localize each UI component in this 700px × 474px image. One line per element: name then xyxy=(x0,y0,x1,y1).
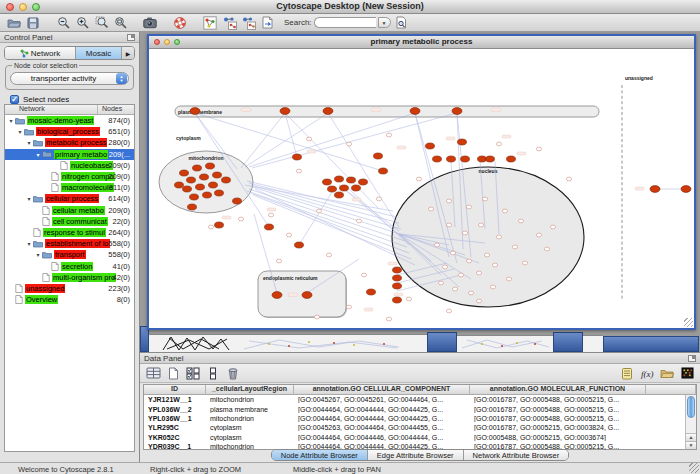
zoom-in-icon[interactable] xyxy=(74,15,90,30)
tree-row[interactable]: macromolecule311(0) xyxy=(5,182,134,193)
expand-triangle-icon[interactable]: ▾ xyxy=(25,240,33,247)
column-header-molecular-function[interactable]: annotation.GO MOLECULAR_FUNCTION xyxy=(470,385,646,394)
delete-attribute-icon[interactable] xyxy=(225,366,241,381)
folder-icon xyxy=(33,240,43,248)
tree-row[interactable]: unassigned223(0) xyxy=(5,283,134,294)
new-attribute-icon[interactable] xyxy=(165,366,181,381)
tab-network[interactable]: Network xyxy=(5,47,76,59)
control-panel-title: Control Panel xyxy=(4,33,52,42)
table-row[interactable]: YPL036W__1mitochondrion[GO:0044464, GO:0… xyxy=(144,414,696,423)
background-window-fragment[interactable] xyxy=(603,336,699,352)
app-resize-grip[interactable] xyxy=(689,463,699,473)
zoom-fit-icon[interactable] xyxy=(112,15,128,30)
tree-row[interactable]: nucleobase-209(0) xyxy=(5,160,134,171)
node-color-dropdown[interactable]: transporter activity ▲▼ xyxy=(10,72,129,85)
vizmap-red-nodes-icon[interactable] xyxy=(240,15,256,30)
search-dropdown-button[interactable]: ▼ xyxy=(378,17,391,28)
vizmap-blue-nodes-icon[interactable] xyxy=(221,15,237,30)
tree-column-nodes[interactable]: Nodes xyxy=(98,105,134,114)
export-document-icon[interactable] xyxy=(259,15,275,30)
scroll-up-button[interactable]: ▲ xyxy=(686,433,696,441)
import-folder-icon[interactable] xyxy=(659,366,675,381)
expand-triangle-icon[interactable]: ▾ xyxy=(25,139,33,146)
tab-mosaic[interactable]: Mosaic xyxy=(76,47,122,59)
network-canvas[interactable]: plasma membrane cytoplasm mitochondrion … xyxy=(149,49,694,328)
tree-row-label: macromolecule xyxy=(61,183,114,192)
expand-triangle-icon[interactable]: ▾ xyxy=(34,251,42,258)
matrix-view-icon[interactable] xyxy=(679,366,695,381)
network-window-titlebar[interactable]: primary metabolic process xyxy=(149,36,694,49)
tab-edge-attribute-browser[interactable]: Edge Attribute Browser xyxy=(368,450,464,460)
table-cell: [GO:0016787, GO:0005488, GO:0005215, G..… xyxy=(470,406,646,413)
table-row[interactable]: YKR052Ccytoplasm[GO:0044464, GO:0044446,… xyxy=(144,433,696,442)
background-window-fragment[interactable] xyxy=(583,335,603,352)
tree-row[interactable]: ▾establishment of lo558(0) xyxy=(5,238,134,249)
search-input[interactable] xyxy=(314,17,376,28)
select-attributes-icon[interactable] xyxy=(185,366,201,381)
tab-network-attribute-browser[interactable]: Network Attribute Browser xyxy=(464,450,569,460)
table-row[interactable]: YLR295Ccytoplasm[GO:0045263, GO:0044464,… xyxy=(144,423,696,432)
float-panel-icon[interactable] xyxy=(127,34,135,41)
tree-row[interactable]: ▾metabolic process280(0) xyxy=(5,137,134,148)
tree-row[interactable]: secretion41(0) xyxy=(5,260,134,271)
tab-node-attribute-browser[interactable]: Node Attribute Browser xyxy=(272,450,368,460)
column-header-region[interactable]: _cellularLayoutRegion xyxy=(206,385,294,394)
table-cell: plasma membrane xyxy=(206,406,294,413)
expand-triangle-icon[interactable]: ▾ xyxy=(34,151,42,158)
tree-row[interactable]: ▾transport558(0) xyxy=(5,249,134,260)
tree-row[interactable]: cellular metabo209(0) xyxy=(5,205,134,216)
file-icon xyxy=(51,183,59,192)
tree-row[interactable]: multi-organism pro42(0) xyxy=(5,272,134,283)
tree-row[interactable]: ▾primary metabo209(... xyxy=(5,149,134,160)
status-bar: Welcome to Cytoscape 2.8.1 Right-click +… xyxy=(0,462,700,474)
node-color-selection-group: Node color selection transporter activit… xyxy=(5,62,134,90)
background-window-fragment[interactable] xyxy=(149,334,427,352)
open-session-icon[interactable] xyxy=(6,15,22,30)
background-window-fragment[interactable] xyxy=(457,335,553,352)
table-cell: [GO:0044464, GO:0044446, GO:0044444, G..… xyxy=(294,434,470,441)
zoom-out-icon[interactable] xyxy=(55,15,71,30)
tree-row[interactable]: ▾cellular process614(0) xyxy=(5,193,134,204)
tree-row[interactable]: response to stimul264(0) xyxy=(5,227,134,238)
table-row[interactable]: YPL036W__2plasma membrane[GO:0044464, GO… xyxy=(144,404,696,413)
tree-row[interactable]: nitrogen compo209(0) xyxy=(5,171,134,182)
scrollbar-thumb[interactable] xyxy=(687,396,695,418)
expand-triangle-icon[interactable]: ▾ xyxy=(16,128,24,135)
annotation-notepad-icon[interactable] xyxy=(619,366,635,381)
column-header-cellular-component[interactable]: annotation.GO CELLULAR_COMPONENT xyxy=(294,385,470,394)
background-window-fragment[interactable] xyxy=(553,332,583,352)
tree-row-node-count: 209(0) xyxy=(108,172,130,181)
background-window-fragment[interactable] xyxy=(427,332,457,352)
svg-text:nucleus: nucleus xyxy=(479,168,498,174)
window-resize-grip[interactable] xyxy=(684,318,693,327)
region-nucleus[interactable]: nucleus xyxy=(392,167,584,307)
column-header-id[interactable]: ID xyxy=(144,385,206,394)
snapshot-camera-icon[interactable] xyxy=(142,15,158,30)
scroll-down-button[interactable]: ▼ xyxy=(686,441,696,449)
help-lifebuoy-icon[interactable] xyxy=(172,15,188,30)
network-view-window[interactable]: primary metabolic process plasma membran… xyxy=(147,34,696,330)
select-nodes-checkbox[interactable]: ✓ xyxy=(10,95,19,104)
region-plasma-membrane[interactable]: plasma membrane xyxy=(175,106,599,117)
expand-triangle-icon[interactable]: ▾ xyxy=(25,195,33,202)
tree-row[interactable]: Overview8(0) xyxy=(5,294,134,305)
float-panel-icon[interactable] xyxy=(688,355,696,362)
unselect-attributes-icon[interactable] xyxy=(205,366,221,381)
save-session-icon[interactable] xyxy=(25,15,41,30)
expand-triangle-icon[interactable]: ▾ xyxy=(7,117,15,124)
zoom-selected-icon[interactable] xyxy=(93,15,109,30)
tree-row[interactable]: cell communicat22(0) xyxy=(5,216,134,227)
table-scrollbar[interactable]: ▲ ▼ xyxy=(685,395,696,449)
table-cell: [GO:0005488, GO:0005215, GO:0003674] xyxy=(470,434,646,441)
formula-fx-icon[interactable]: f(x) xyxy=(639,366,655,381)
tree-column-network[interactable]: Network xyxy=(5,105,98,114)
layout-network-icon[interactable] xyxy=(202,15,218,30)
more-tabs-button[interactable]: ▶ xyxy=(122,47,134,59)
table-cell: [GO:0045267, GO:0045261, GO:0044464, G..… xyxy=(294,396,470,403)
tree-row[interactable]: ▾mosaic-demo-yeast874(0) xyxy=(5,115,134,126)
attribute-grid-icon[interactable] xyxy=(145,366,161,381)
tree-row[interactable]: ▾biological_process651(0) xyxy=(5,126,134,137)
search-advanced-icon[interactable] xyxy=(394,15,410,30)
table-row[interactable]: YJR121W__1mitochondrion[GO:0045267, GO:0… xyxy=(144,395,696,404)
folder-icon xyxy=(33,139,43,147)
